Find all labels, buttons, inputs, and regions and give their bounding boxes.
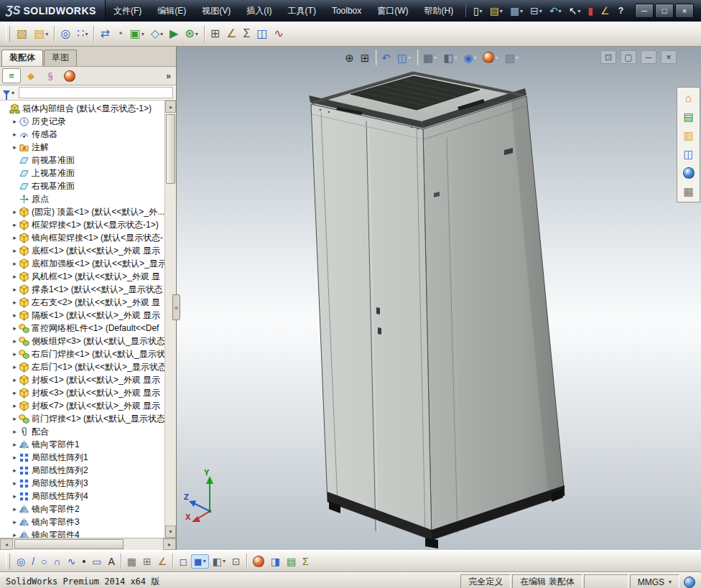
tree-item[interactable]: ▸底框加强板<1> (默认<<默认>_显示 xyxy=(0,257,165,270)
expand-arrow-icon[interactable]: ▸ xyxy=(11,325,19,332)
new-document-button[interactable]: ▯▾ xyxy=(470,4,486,18)
assembly-transparency-button[interactable]: ◨ xyxy=(268,554,283,569)
shaded-with-edges-button[interactable]: ◼▾ xyxy=(191,554,209,569)
exploded-view-button[interactable]: ⊛▾ xyxy=(182,25,200,42)
status-globe-icon[interactable] xyxy=(684,577,695,588)
expand-arrow-icon[interactable]: ▸ xyxy=(11,350,19,358)
displaymanager-tab[interactable] xyxy=(60,68,79,83)
scroll-left-button[interactable]: ◂ xyxy=(0,538,13,550)
edit-appearance-button[interactable]: ▾ xyxy=(481,50,501,65)
tree-item[interactable]: ▸封板<3> (默认<<默认>_外观 显示 xyxy=(0,386,165,399)
spline-button[interactable]: ∿ xyxy=(65,554,79,569)
custom-properties-button[interactable]: ▦ xyxy=(678,182,699,200)
appearances-scenes-button[interactable] xyxy=(678,164,699,182)
expand-arrow-icon[interactable]: ▸ xyxy=(11,286,19,293)
panel-overflow-button[interactable]: » xyxy=(163,71,174,81)
print-button[interactable]: ⊟▾ xyxy=(527,4,545,18)
tree-item[interactable]: ▸配合 xyxy=(0,425,165,438)
doc-minimize-button[interactable]: ─ xyxy=(641,50,656,64)
tree-item[interactable]: ▸(固定) 顶盖<1> (默认<<默认>_外... xyxy=(0,205,165,218)
wireframe-button[interactable]: ◻ xyxy=(176,554,190,569)
expand-arrow-icon[interactable]: ▸ xyxy=(11,428,19,435)
file-explorer-button[interactable]: ▥ xyxy=(678,126,699,144)
design-table-button[interactable]: ▤ xyxy=(284,554,299,569)
tree-item[interactable]: ▸封板<7> (默认<<默认>_外观 显示 xyxy=(0,399,165,412)
expand-arrow-icon[interactable]: ▸ xyxy=(11,480,19,487)
tree-item[interactable]: ▸富控网络柜L件<1> (Default<<Def xyxy=(0,322,165,335)
hide-show-items-button[interactable]: ◉▾ xyxy=(461,50,480,65)
hscroll-thumb[interactable] xyxy=(14,539,124,549)
line-button[interactable]: / xyxy=(29,554,37,569)
mate-button[interactable]: ◎ xyxy=(57,25,73,42)
tree-item[interactable]: ▸局部线性阵列1 xyxy=(0,451,165,464)
tree-item[interactable]: ▸局部线性阵列2 xyxy=(0,464,165,477)
expand-arrow-icon[interactable]: ▸ xyxy=(11,505,19,513)
tree-horizontal-scrollbar[interactable]: ◂ ▸ xyxy=(0,538,176,550)
tree-item[interactable]: ▸封板<1> (默认<<默认>_外观 显示 xyxy=(0,373,165,386)
tree-item[interactable]: ▸镜向零部件2 xyxy=(0,503,165,515)
insert-components-button[interactable]: ▧ xyxy=(14,25,30,42)
move-component-button[interactable]: ⇄ xyxy=(97,25,112,42)
tree-item[interactable]: ▸底框<1> (默认<<默认>_外观 显示 xyxy=(0,244,165,257)
tab-草图[interactable]: 草图 xyxy=(44,50,77,66)
new-motion-study-button[interactable]: ▶ xyxy=(167,25,181,42)
insert-components-flyout-button[interactable]: ▤▾ xyxy=(31,25,51,42)
display-style-button[interactable]: ◧▾ xyxy=(440,50,460,65)
select-tool-button[interactable]: ↖▾ xyxy=(566,4,584,18)
scroll-thumb[interactable] xyxy=(166,114,175,184)
save-button[interactable]: ▦▾ xyxy=(507,4,526,18)
expand-arrow-icon[interactable]: ▸ xyxy=(11,363,19,370)
tree-item[interactable]: ▸左后门<1> (默认<<默认>_显示状态 xyxy=(0,360,165,373)
tree-item[interactable]: ▸风机框<1> (默认<<默认>_外观 显 xyxy=(0,270,165,283)
design-library-button[interactable]: ▤ xyxy=(678,108,699,126)
tree-item[interactable]: ▸前门焊接<1> (默认<默认_显示状态 xyxy=(0,412,165,425)
viewport-3d[interactable]: ⊕⊞↶◫▾▦▾◧▾◉▾▾▨▾ ⊡▢─× Y Z X ⌂▤▥◫▦ xyxy=(177,47,701,550)
expand-arrow-icon[interactable]: ▸ xyxy=(11,531,19,538)
propertymanager-tab[interactable]: ◆ xyxy=(22,68,40,83)
angle-snap-button[interactable]: ∠ xyxy=(155,554,170,569)
assembly-features-button[interactable]: ▣▾ xyxy=(127,25,147,42)
expand-arrow-icon[interactable]: ▸ xyxy=(11,221,19,228)
expand-arrow-icon[interactable]: ▸ xyxy=(11,247,19,254)
tree-item[interactable]: ▸镜向零部件3 xyxy=(0,515,165,528)
menu-item[interactable]: Toolbox xyxy=(324,0,369,22)
expand-arrow-icon[interactable]: ▸ xyxy=(11,144,19,151)
equations-button[interactable]: Σ xyxy=(300,554,312,569)
doc-restore-button[interactable]: ⊡ xyxy=(600,50,616,64)
expand-arrow-icon[interactable]: ▸ xyxy=(11,493,19,500)
expand-arrow-icon[interactable]: ▸ xyxy=(11,376,19,383)
tree-item[interactable]: 右视基准面 xyxy=(0,179,165,192)
expand-arrow-icon[interactable]: ▸ xyxy=(11,441,19,448)
expand-arrow-icon[interactable]: ▸ xyxy=(11,208,19,215)
zoom-to-fit-button[interactable]: ⊕ xyxy=(342,50,357,65)
edit-color-button[interactable] xyxy=(250,554,267,569)
snap-points-button[interactable]: ⊞ xyxy=(140,554,154,569)
circle-button[interactable]: ○ xyxy=(38,554,50,569)
arc-button[interactable]: ∩ xyxy=(51,554,64,569)
display-style-flyout-button[interactable]: ◧▾ xyxy=(210,554,228,569)
scroll-up-button[interactable]: ▴ xyxy=(165,101,176,113)
expand-arrow-icon[interactable]: ▸ xyxy=(11,260,19,267)
expand-arrow-icon[interactable]: ▸ xyxy=(11,299,19,306)
expand-arrow-icon[interactable]: ▸ xyxy=(11,234,19,241)
filter-caret-icon[interactable]: ▾ xyxy=(11,90,14,96)
tree-item[interactable]: ▸A注解 xyxy=(0,141,165,154)
hscroll-track[interactable] xyxy=(13,538,163,550)
doc-close-button[interactable]: × xyxy=(661,50,677,64)
section-view-toggle-button[interactable]: ⊡ xyxy=(229,554,243,569)
scroll-down-button[interactable]: ▾ xyxy=(165,526,176,538)
toolbox-flag-button[interactable]: ▮ xyxy=(585,4,596,18)
panel-splitter[interactable]: « xyxy=(172,294,180,320)
expand-arrow-icon[interactable]: ▸ xyxy=(11,273,19,280)
smart-dimension-button[interactable]: ◎ xyxy=(14,554,28,569)
show-hidden-components-button[interactable]: ◔ xyxy=(113,25,126,42)
measure-units-button[interactable]: ∠ xyxy=(598,4,613,18)
units-selector[interactable]: MMGS ▾ xyxy=(630,574,679,588)
tree-item[interactable]: ▸局部线性阵列3 xyxy=(0,477,165,490)
tree-item[interactable]: ▸隔板<1> (默认<<默认>_外观 显示 xyxy=(0,309,165,322)
configurationmanager-tab[interactable]: § xyxy=(41,68,60,83)
tree-item[interactable]: ▸左右支<2> (默认<<默认>_外观 显 xyxy=(0,296,165,309)
menu-item[interactable]: 窗口(W) xyxy=(369,0,416,22)
section-view-button[interactable]: ◫▾ xyxy=(394,50,414,65)
help-icon[interactable]: ? xyxy=(614,6,628,16)
